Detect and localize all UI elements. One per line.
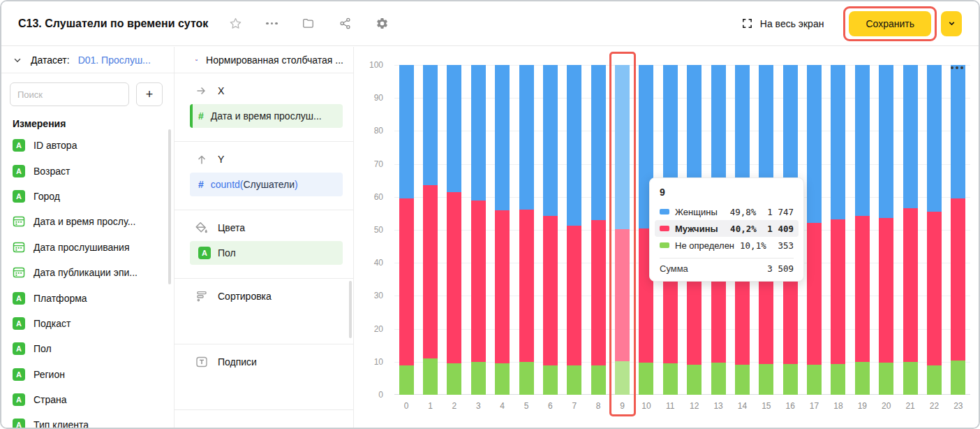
paint-bucket-icon: [195, 221, 208, 234]
favorite-star-icon[interactable]: [226, 14, 245, 33]
x-field-pill[interactable]: # Дата и время прослуш...: [190, 104, 343, 128]
stacked-bar-18[interactable]: [831, 65, 845, 395]
save-button[interactable]: Сохранить: [849, 11, 931, 36]
x-axis-tick-label: 4: [500, 401, 505, 411]
stacked-bar-7[interactable]: [567, 65, 581, 395]
y-axis-tick-label: 20: [352, 324, 383, 334]
bar-segment: [927, 365, 942, 395]
arrow-up-icon: [195, 153, 208, 166]
sidebar-item[interactable]: AТип клиента: [1, 412, 174, 428]
chart-type-selector[interactable]: Нормированная столбчатая ...: [175, 47, 353, 73]
stacked-bar-23[interactable]: [951, 65, 965, 395]
bar-segment: [519, 362, 534, 395]
text-field-icon: A: [13, 393, 25, 406]
page-title: C13. Слушатели по времени суток: [18, 17, 208, 30]
sidebar-item-label: Регион: [34, 369, 65, 380]
bar-segment: [543, 216, 558, 365]
stacked-bar-3[interactable]: [471, 65, 486, 395]
stacked-bar-19[interactable]: [855, 65, 870, 395]
chart-menu-icon[interactable]: [948, 64, 966, 72]
stacked-bar-9[interactable]: [615, 65, 630, 395]
bar-segment: [807, 65, 822, 223]
y-axis-tick-label: 100: [352, 60, 383, 70]
sidebar-item-label: ID автора: [34, 140, 77, 151]
section-sort: Сортировка: [175, 279, 353, 344]
sidebar-item[interactable]: AПол: [1, 336, 174, 361]
section-y: Y # countd(Слушатели): [175, 142, 353, 210]
y-field-label: countd(Слушатели): [211, 179, 298, 190]
x-axis-tick-label: 7: [572, 401, 577, 411]
gear-icon[interactable]: [373, 14, 392, 33]
folder-icon[interactable]: [299, 14, 318, 33]
series-name: Не определен: [675, 240, 734, 251]
sidebar-item[interactable]: Дата прослушивания: [1, 235, 174, 260]
x-axis-tick-label: 13: [713, 401, 722, 411]
stacked-bar-17[interactable]: [807, 65, 822, 395]
stacked-bar-4[interactable]: [495, 65, 510, 395]
series-swatch: [660, 242, 669, 248]
save-dropdown-button[interactable]: [941, 11, 962, 36]
arrow-right-icon: [195, 85, 208, 97]
sidebar-item[interactable]: AID автора: [1, 133, 174, 158]
y-axis-tick-label: 70: [352, 159, 383, 169]
tooltip-rows: Женщины49,8%1 747Мужчины40,2%1 409Не опр…: [660, 203, 794, 254]
sidebar-scrollbar[interactable]: [168, 129, 171, 284]
sidebar-item[interactable]: AРегион: [1, 362, 174, 387]
text-field-icon: A: [13, 368, 25, 381]
bar-segment: [519, 210, 534, 362]
x-axis-tick-label: 18: [833, 401, 842, 411]
stacked-bar-8[interactable]: [591, 65, 606, 395]
bar-segment: [495, 65, 510, 210]
normalized-bar-chart-icon: [195, 54, 198, 66]
bar-segment: [423, 358, 438, 395]
stacked-bar-22[interactable]: [927, 65, 942, 395]
share-icon[interactable]: [336, 14, 355, 33]
config-scrollbar[interactable]: [349, 281, 352, 338]
bar-segment: [615, 361, 630, 395]
bar-segment: [591, 65, 606, 220]
x-axis-tick-label: 23: [953, 401, 963, 411]
bar-segment: [471, 65, 486, 201]
x-axis-tick-label: 12: [690, 401, 699, 411]
sort-icon: [195, 290, 208, 303]
y-field-pill[interactable]: # countd(Слушатели): [190, 173, 343, 196]
stacked-bar-21[interactable]: [903, 65, 918, 395]
bar-segment: [543, 65, 558, 216]
x-axis-tick-label: 3: [476, 401, 481, 411]
bar-segment: [855, 362, 870, 395]
bar-segment: [639, 363, 653, 395]
tooltip-row: Мужчины40,2%1 409: [655, 220, 799, 237]
stacked-bar-2[interactable]: [447, 65, 461, 395]
sidebar-item-label: Дата публикации эпи...: [34, 267, 138, 278]
series-value: 353: [772, 240, 794, 251]
sidebar-item[interactable]: Дата и время прослу...: [1, 209, 174, 234]
chevron-down-icon: [947, 19, 956, 28]
sidebar-item-label: Дата и время прослу...: [34, 216, 135, 227]
colors-field-pill[interactable]: A Пол: [190, 241, 343, 265]
sidebar-item[interactable]: AПодкаст: [1, 311, 174, 336]
more-menu-icon[interactable]: [263, 20, 280, 27]
sidebar-item-label: Страна: [34, 394, 67, 405]
sidebar-item[interactable]: AПлатформа: [1, 285, 174, 310]
sidebar-item[interactable]: AСтрана: [1, 387, 174, 412]
stacked-bar-20[interactable]: [879, 65, 893, 395]
dataset-link[interactable]: D01. Прослуш...: [78, 54, 151, 66]
y-axis-tick-label: 80: [352, 126, 383, 136]
x-axis-tick-label: 15: [762, 401, 771, 411]
search-input[interactable]: [10, 82, 129, 106]
fullscreen-button[interactable]: На весь экран: [737, 17, 829, 30]
chevron-down-icon[interactable]: [13, 55, 22, 65]
stacked-bar-1[interactable]: [423, 65, 438, 395]
text-field-icon: A: [13, 317, 25, 330]
sidebar-item[interactable]: AВозраст: [1, 158, 174, 183]
x-axis-tick-label: 10: [641, 401, 651, 411]
text-field-icon: A: [13, 190, 25, 203]
stacked-bar-6[interactable]: [543, 65, 558, 395]
sidebar-item[interactable]: AГород: [1, 184, 174, 209]
fullscreen-label: На весь экран: [760, 18, 824, 29]
hash-icon: #: [198, 110, 204, 122]
sidebar-item[interactable]: Дата публикации эпи...: [1, 260, 174, 285]
add-field-button[interactable]: +: [136, 82, 163, 106]
stacked-bar-5[interactable]: [519, 65, 534, 395]
stacked-bar-0[interactable]: [399, 65, 414, 395]
